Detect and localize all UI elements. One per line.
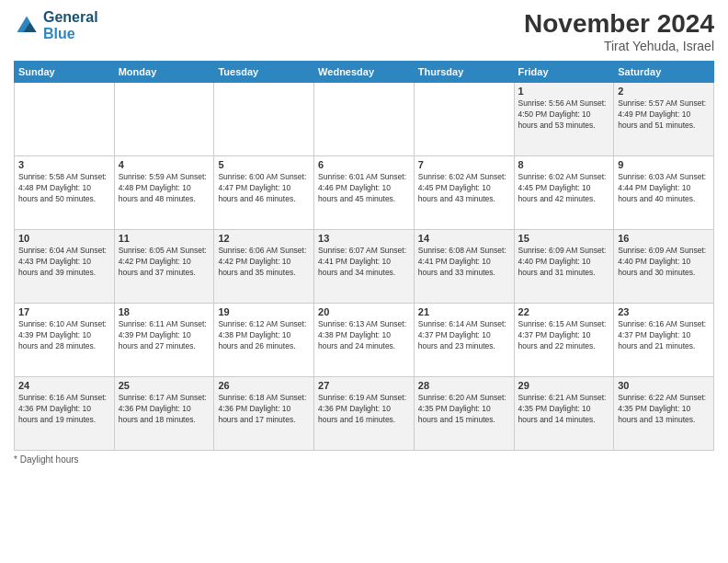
day-info: Sunrise: 5:59 AM Sunset: 4:48 PM Dayligh… — [119, 172, 210, 205]
day-info: Sunrise: 6:17 AM Sunset: 4:36 PM Dayligh… — [119, 393, 210, 426]
day-info: Sunrise: 6:07 AM Sunset: 4:41 PM Dayligh… — [318, 246, 410, 279]
month-title: November 2024 — [524, 9, 714, 39]
day-number: 27 — [318, 380, 410, 391]
header-thursday: Thursday — [414, 62, 514, 83]
calendar-cell: 18Sunrise: 6:11 AM Sunset: 4:39 PM Dayli… — [114, 304, 214, 377]
day-number: 30 — [618, 380, 710, 391]
calendar-cell: 11Sunrise: 6:05 AM Sunset: 4:42 PM Dayli… — [114, 230, 214, 304]
header-saturday: Saturday — [614, 62, 714, 83]
calendar-week-5: 24Sunrise: 6:16 AM Sunset: 4:36 PM Dayli… — [15, 377, 714, 451]
calendar-table: Sunday Monday Tuesday Wednesday Thursday… — [14, 61, 714, 451]
day-number: 10 — [18, 233, 110, 244]
calendar-cell: 8Sunrise: 6:02 AM Sunset: 4:45 PM Daylig… — [514, 156, 614, 230]
day-info: Sunrise: 6:02 AM Sunset: 4:45 PM Dayligh… — [518, 172, 610, 205]
day-number: 4 — [119, 159, 210, 170]
calendar-cell: 30Sunrise: 6:22 AM Sunset: 4:35 PM Dayli… — [614, 377, 714, 451]
calendar-cell: 9Sunrise: 6:03 AM Sunset: 4:44 PM Daylig… — [614, 156, 714, 230]
day-info: Sunrise: 6:10 AM Sunset: 4:39 PM Dayligh… — [18, 319, 110, 352]
calendar-cell: 2Sunrise: 5:57 AM Sunset: 4:49 PM Daylig… — [614, 83, 714, 156]
calendar-cell: 7Sunrise: 6:02 AM Sunset: 4:45 PM Daylig… — [414, 156, 514, 230]
day-number: 19 — [218, 306, 310, 317]
header-tuesday: Tuesday — [214, 62, 314, 83]
calendar-cell: 27Sunrise: 6:19 AM Sunset: 4:36 PM Dayli… — [314, 377, 415, 451]
calendar-cell: 17Sunrise: 6:10 AM Sunset: 4:39 PM Dayli… — [15, 304, 115, 377]
logo-icon — [14, 13, 40, 39]
header-friday: Friday — [514, 62, 614, 83]
header: General Blue November 2024 Tirat Yehuda,… — [14, 9, 714, 53]
calendar-cell — [214, 83, 314, 156]
day-info: Sunrise: 6:00 AM Sunset: 4:47 PM Dayligh… — [218, 172, 310, 205]
day-number: 29 — [518, 380, 610, 391]
logo-line1: General — [43, 9, 98, 26]
day-info: Sunrise: 6:13 AM Sunset: 4:38 PM Dayligh… — [318, 319, 410, 352]
day-number: 8 — [518, 159, 610, 170]
day-number: 17 — [18, 306, 110, 317]
day-number: 13 — [318, 233, 410, 244]
header-monday: Monday — [114, 62, 214, 83]
calendar-week-3: 10Sunrise: 6:04 AM Sunset: 4:43 PM Dayli… — [15, 230, 714, 304]
day-info: Sunrise: 5:57 AM Sunset: 4:49 PM Dayligh… — [618, 98, 710, 132]
calendar-cell: 12Sunrise: 6:06 AM Sunset: 4:42 PM Dayli… — [214, 230, 314, 304]
day-number: 25 — [119, 380, 210, 391]
calendar-cell — [15, 83, 115, 156]
page: General Blue November 2024 Tirat Yehuda,… — [0, 0, 728, 563]
day-number: 5 — [218, 159, 310, 170]
calendar-week-1: 1Sunrise: 5:56 AM Sunset: 4:50 PM Daylig… — [15, 83, 714, 156]
daylight-note: Daylight hours — [20, 454, 79, 465]
day-number: 9 — [618, 159, 710, 170]
calendar-cell: 10Sunrise: 6:04 AM Sunset: 4:43 PM Dayli… — [15, 230, 115, 304]
day-info: Sunrise: 6:18 AM Sunset: 4:36 PM Dayligh… — [218, 393, 310, 426]
calendar-cell: 23Sunrise: 6:16 AM Sunset: 4:37 PM Dayli… — [614, 304, 714, 377]
day-info: Sunrise: 6:12 AM Sunset: 4:38 PM Dayligh… — [218, 319, 310, 352]
day-info: Sunrise: 6:14 AM Sunset: 4:37 PM Dayligh… — [418, 319, 510, 352]
day-number: 20 — [318, 306, 410, 317]
day-number: 11 — [119, 233, 210, 244]
day-number: 16 — [618, 233, 710, 244]
day-info: Sunrise: 6:08 AM Sunset: 4:41 PM Dayligh… — [418, 246, 510, 279]
day-number: 23 — [618, 306, 710, 317]
calendar-cell: 13Sunrise: 6:07 AM Sunset: 4:41 PM Dayli… — [314, 230, 415, 304]
calendar-cell: 5Sunrise: 6:00 AM Sunset: 4:47 PM Daylig… — [214, 156, 314, 230]
calendar-cell: 15Sunrise: 6:09 AM Sunset: 4:40 PM Dayli… — [514, 230, 614, 304]
day-number: 7 — [418, 159, 510, 170]
day-number: 15 — [518, 233, 610, 244]
calendar-header: Sunday Monday Tuesday Wednesday Thursday… — [15, 62, 714, 83]
calendar-cell: 16Sunrise: 6:09 AM Sunset: 4:40 PM Dayli… — [614, 230, 714, 304]
calendar-cell: 25Sunrise: 6:17 AM Sunset: 4:36 PM Dayli… — [114, 377, 214, 451]
calendar-cell: 21Sunrise: 6:14 AM Sunset: 4:37 PM Dayli… — [414, 304, 514, 377]
day-number: 3 — [18, 159, 110, 170]
day-info: Sunrise: 6:03 AM Sunset: 4:44 PM Dayligh… — [618, 172, 710, 205]
calendar-cell — [414, 83, 514, 156]
header-sunday: Sunday — [15, 62, 115, 83]
calendar-cell: 24Sunrise: 6:16 AM Sunset: 4:36 PM Dayli… — [15, 377, 115, 451]
calendar-cell: 6Sunrise: 6:01 AM Sunset: 4:46 PM Daylig… — [314, 156, 415, 230]
calendar-cell — [314, 83, 415, 156]
day-info: Sunrise: 6:01 AM Sunset: 4:46 PM Dayligh… — [318, 172, 410, 205]
calendar-cell: 19Sunrise: 6:12 AM Sunset: 4:38 PM Dayli… — [214, 304, 314, 377]
calendar-cell: 26Sunrise: 6:18 AM Sunset: 4:36 PM Dayli… — [214, 377, 314, 451]
day-number: 2 — [618, 86, 710, 97]
calendar-cell: 1Sunrise: 5:56 AM Sunset: 4:50 PM Daylig… — [514, 83, 614, 156]
day-info: Sunrise: 6:04 AM Sunset: 4:43 PM Dayligh… — [18, 246, 110, 279]
day-number: 6 — [318, 159, 410, 170]
calendar-week-2: 3Sunrise: 5:58 AM Sunset: 4:48 PM Daylig… — [15, 156, 714, 230]
day-info: Sunrise: 5:56 AM Sunset: 4:50 PM Dayligh… — [518, 98, 610, 132]
calendar-cell — [114, 83, 214, 156]
day-info: Sunrise: 6:15 AM Sunset: 4:37 PM Dayligh… — [518, 319, 610, 352]
logo: General Blue — [14, 9, 98, 41]
calendar-cell: 14Sunrise: 6:08 AM Sunset: 4:41 PM Dayli… — [414, 230, 514, 304]
logo-text: General Blue — [43, 9, 98, 41]
calendar-week-4: 17Sunrise: 6:10 AM Sunset: 4:39 PM Dayli… — [15, 304, 714, 377]
day-info: Sunrise: 6:06 AM Sunset: 4:42 PM Dayligh… — [218, 246, 310, 279]
header-row: Sunday Monday Tuesday Wednesday Thursday… — [15, 62, 714, 83]
calendar-cell: 22Sunrise: 6:15 AM Sunset: 4:37 PM Dayli… — [514, 304, 614, 377]
day-number: 18 — [119, 306, 210, 317]
day-info: Sunrise: 6:22 AM Sunset: 4:35 PM Dayligh… — [618, 393, 710, 426]
day-info: Sunrise: 6:05 AM Sunset: 4:42 PM Dayligh… — [119, 246, 210, 279]
day-info: Sunrise: 6:02 AM Sunset: 4:45 PM Dayligh… — [418, 172, 510, 205]
calendar-cell: 28Sunrise: 6:20 AM Sunset: 4:35 PM Dayli… — [414, 377, 514, 451]
logo-line2: Blue — [43, 26, 98, 42]
day-info: Sunrise: 6:20 AM Sunset: 4:35 PM Dayligh… — [418, 393, 510, 426]
day-number: 26 — [218, 380, 310, 391]
calendar-body: 1Sunrise: 5:56 AM Sunset: 4:50 PM Daylig… — [15, 83, 714, 451]
